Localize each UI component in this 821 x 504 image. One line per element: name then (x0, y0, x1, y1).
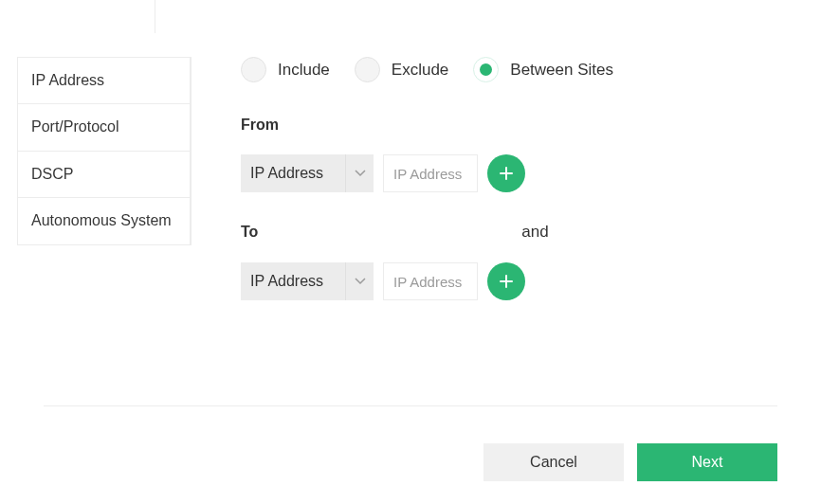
from-row: IP Address (241, 154, 821, 192)
footer: Cancel Next (483, 443, 777, 481)
from-add-button[interactable] (487, 154, 525, 192)
plus-icon (500, 275, 513, 288)
radio-label: Include (278, 61, 330, 80)
radio-dot-icon (355, 57, 380, 82)
radio-dot-icon (473, 57, 499, 82)
mode-radio-group: Include Exclude Between Sites (241, 57, 821, 82)
sidebar-item-autonomous-system[interactable]: Autonomous System (17, 198, 191, 244)
radio-exclude[interactable]: Exclude (355, 57, 464, 82)
sidebar-item-label: DSCP (31, 166, 73, 182)
from-type-select[interactable]: IP Address (241, 154, 374, 192)
main-panel: Include Exclude Between Sites From IP Ad… (192, 27, 821, 300)
chevron-down-icon (345, 154, 374, 192)
from-label: From (241, 117, 821, 134)
from-ip-input[interactable] (383, 154, 478, 192)
sidebar: IP Address Port/Protocol DSCP Autonomous… (0, 27, 192, 245)
to-label: To (241, 224, 258, 241)
chevron-down-icon (345, 262, 374, 300)
connector-row: To and (241, 223, 821, 242)
select-value: IP Address (241, 165, 345, 182)
plus-icon (500, 167, 513, 180)
cancel-button[interactable]: Cancel (483, 443, 624, 481)
radio-label: Between Sites (510, 61, 613, 80)
button-label: Cancel (530, 454, 577, 471)
connector-and: and (521, 223, 548, 242)
to-ip-input[interactable] (383, 262, 478, 300)
sidebar-item-dscp[interactable]: DSCP (17, 152, 191, 198)
sidebar-top-divider (0, 0, 155, 33)
radio-include[interactable]: Include (241, 57, 345, 82)
footer-divider (44, 405, 777, 406)
sidebar-item-ip-address[interactable]: IP Address (17, 58, 191, 104)
radio-label: Exclude (392, 61, 448, 80)
next-button[interactable]: Next (637, 443, 777, 481)
button-label: Next (692, 454, 723, 471)
to-row: IP Address (241, 262, 821, 300)
sidebar-item-label: IP Address (31, 72, 104, 88)
to-type-select[interactable]: IP Address (241, 262, 374, 300)
select-value: IP Address (241, 273, 345, 290)
radio-between-sites[interactable]: Between Sites (473, 57, 629, 82)
sidebar-item-label: Autonomous System (31, 212, 172, 228)
sidebar-item-label: Port/Protocol (31, 118, 119, 135)
to-add-button[interactable] (487, 262, 525, 300)
radio-dot-icon (241, 57, 266, 82)
sidebar-item-port-protocol[interactable]: Port/Protocol (17, 104, 191, 151)
